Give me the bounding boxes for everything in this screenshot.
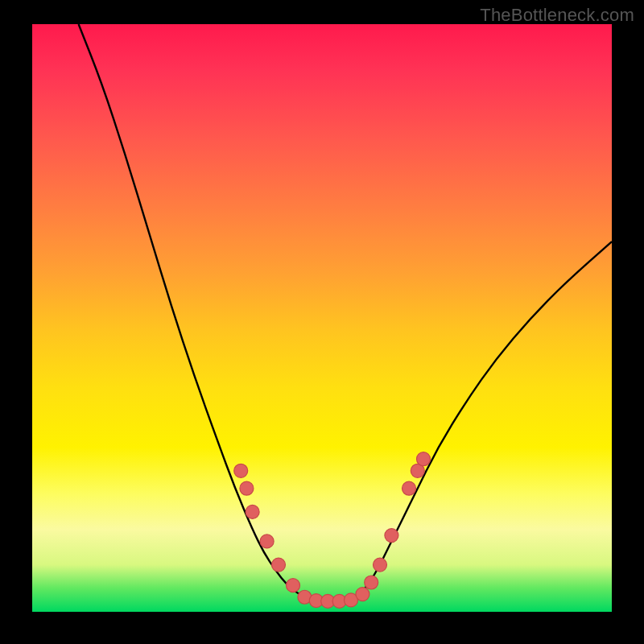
data-point xyxy=(234,464,248,477)
plot-area xyxy=(32,24,612,612)
bottleneck-curve xyxy=(79,24,612,601)
data-point xyxy=(240,481,254,495)
data-point xyxy=(272,558,286,572)
data-point xyxy=(385,529,398,543)
data-point xyxy=(417,452,431,466)
data-point xyxy=(402,481,416,495)
data-point xyxy=(374,558,387,572)
data-point xyxy=(321,594,335,608)
data-point xyxy=(345,593,358,607)
data-point xyxy=(260,535,274,548)
data-point xyxy=(298,590,312,604)
data-point xyxy=(246,505,259,518)
chart-svg xyxy=(32,24,612,612)
data-point xyxy=(365,576,378,589)
watermark-label: TheBottleneck.com xyxy=(480,5,634,26)
data-point xyxy=(411,464,424,477)
data-point xyxy=(309,594,323,608)
data-point xyxy=(332,594,346,608)
data-point xyxy=(356,588,369,601)
data-point xyxy=(287,579,300,592)
